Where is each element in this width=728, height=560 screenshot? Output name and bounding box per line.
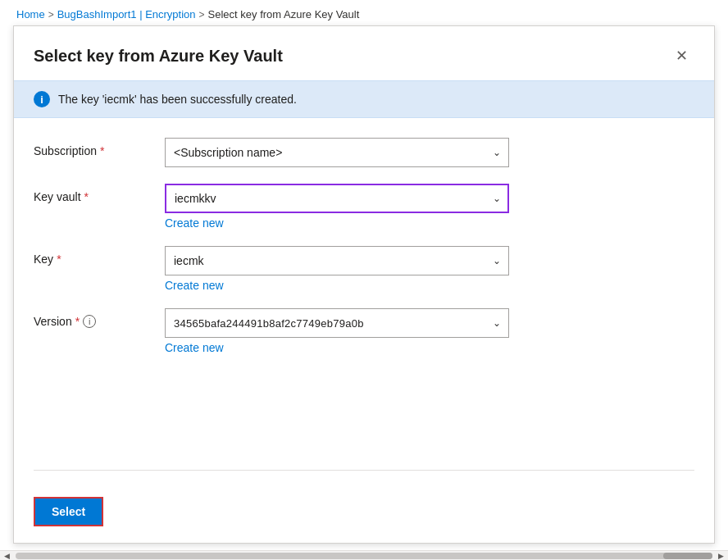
- version-required: *: [75, 315, 80, 328]
- key-vault-create-new[interactable]: Create new: [165, 216, 224, 230]
- subscription-control: <Subscription name> ⌄: [165, 138, 694, 167]
- subscription-row: Subscription * <Subscription name> ⌄: [34, 138, 694, 167]
- breadcrumb-section[interactable]: BugBashImport1 | Encryption: [57, 8, 196, 20]
- scroll-track[interactable]: [16, 553, 712, 559]
- key-vault-row: Key vault * iecmkkv ⌄ Create new: [34, 184, 694, 230]
- key-required: *: [57, 253, 61, 266]
- version-create-new[interactable]: Create new: [165, 341, 224, 354]
- footer-divider: [34, 470, 694, 471]
- dialog-container: Select key from Azure Key Vault ✕ i The …: [13, 25, 715, 544]
- key-vault-control: iecmkkv ⌄ Create new: [165, 184, 694, 230]
- scrollbar-area: ◀ ▶: [0, 550, 728, 560]
- page-wrapper: Home > BugBashImport1 | Encryption > Sel…: [0, 0, 728, 560]
- version-info-icon[interactable]: i: [83, 315, 96, 328]
- key-vault-select[interactable]: iecmkkv: [165, 184, 509, 213]
- dialog-header: Select key from Azure Key Vault ✕: [14, 26, 714, 80]
- scroll-left-arrow[interactable]: ◀: [2, 552, 12, 560]
- key-vault-select-wrapper: iecmkkv ⌄: [165, 184, 509, 213]
- breadcrumb-sep2: >: [199, 9, 205, 20]
- dialog-footer: Select: [14, 497, 714, 543]
- breadcrumb: Home > BugBashImport1 | Encryption > Sel…: [0, 0, 728, 25]
- key-row: Key * iecmk ⌄ Create new: [34, 246, 694, 292]
- key-select-wrapper: iecmk ⌄: [165, 246, 509, 275]
- info-banner: i The key 'iecmk' has been successfully …: [14, 80, 714, 118]
- version-label: Version * i: [34, 308, 165, 328]
- breadcrumb-sep1: >: [48, 9, 54, 20]
- subscription-required: *: [100, 144, 104, 157]
- key-select[interactable]: iecmk: [165, 246, 509, 275]
- key-vault-label: Key vault *: [34, 184, 165, 203]
- key-create-new[interactable]: Create new: [165, 279, 224, 292]
- breadcrumb-current: Select key from Azure Key Vault: [208, 8, 360, 20]
- version-select-wrapper: 34565bafa244491b8af2c7749eb79a0b ⌄: [165, 308, 509, 338]
- select-button[interactable]: Select: [34, 497, 103, 526]
- version-row: Version * i 34565bafa244491b8af2c7749eb7…: [34, 308, 694, 354]
- subscription-select[interactable]: <Subscription name>: [165, 138, 509, 167]
- subscription-label: Subscription *: [34, 138, 165, 157]
- version-control: 34565bafa244491b8af2c7749eb79a0b ⌄ Creat…: [165, 308, 694, 354]
- info-icon: i: [34, 91, 50, 107]
- subscription-select-wrapper: <Subscription name> ⌄: [165, 138, 509, 167]
- dialog-title: Select key from Azure Key Vault: [34, 47, 283, 66]
- version-select[interactable]: 34565bafa244491b8af2c7749eb79a0b: [165, 308, 509, 338]
- dialog-body: Subscription * <Subscription name> ⌄ Key…: [14, 118, 714, 497]
- banner-message: The key 'iecmk' has been successfully cr…: [58, 93, 297, 106]
- scroll-right-arrow[interactable]: ▶: [716, 552, 726, 560]
- close-button[interactable]: ✕: [668, 43, 694, 69]
- scroll-thumb: [663, 553, 712, 559]
- breadcrumb-home[interactable]: Home: [16, 8, 45, 20]
- key-vault-required: *: [84, 190, 89, 203]
- key-label: Key *: [34, 246, 165, 266]
- key-control: iecmk ⌄ Create new: [165, 246, 694, 292]
